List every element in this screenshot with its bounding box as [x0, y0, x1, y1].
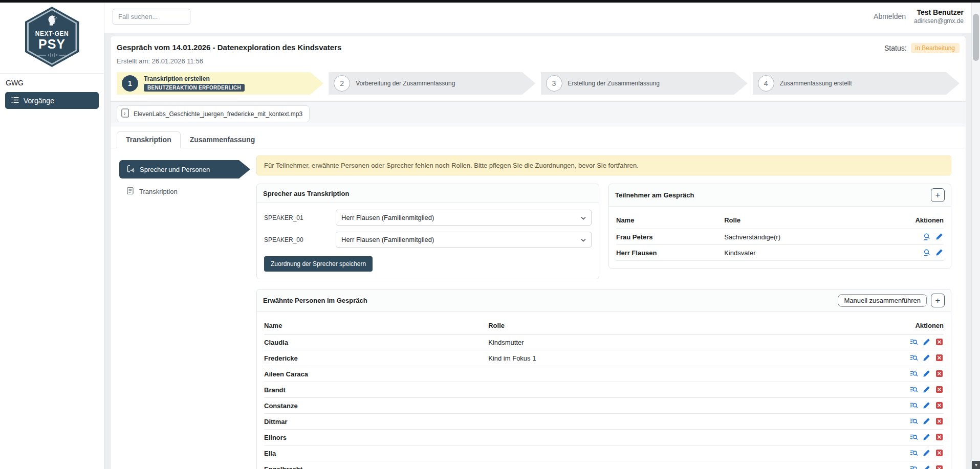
edit-pencil-icon[interactable]	[923, 449, 931, 457]
speaker-row: SPEAKER_01 Herr Flausen (Familienmitglie…	[264, 210, 592, 226]
save-speaker-mapping-button[interactable]: Zuordnung der Sprecher speichern	[264, 256, 373, 272]
mentioned-person-name: Dittmar	[264, 414, 488, 430]
mentioned-person-row: Brandt	[264, 382, 944, 398]
delete-icon[interactable]	[935, 401, 944, 410]
merge-search-icon[interactable]	[910, 449, 918, 457]
step-label: Transkription erstellen	[144, 75, 245, 82]
vertical-scrollbar[interactable]: ▼	[971, 3, 980, 469]
main-area: Abmelden Test Benutzer adirksen@gmx.de G…	[104, 0, 980, 469]
participant-row: Herr Flausen Kindsvater	[616, 245, 944, 261]
status-label: Status:	[884, 44, 907, 52]
merge-search-icon[interactable]	[910, 370, 918, 378]
mentioned-person-row: Engelbrecht	[264, 461, 944, 469]
subnav-item[interactable]: Sprecher und Personen	[119, 160, 250, 178]
participant-role: Kindsvater	[724, 245, 892, 261]
delete-icon[interactable]	[935, 449, 944, 457]
mentioned-person-name: Elinors	[264, 430, 488, 445]
list-icon	[11, 97, 19, 105]
speaker-id-label: SPEAKER_00	[264, 236, 336, 243]
speakers-panel-title: Sprecher aus Transkription	[263, 190, 349, 197]
participants-panel: Teilnehmer am Gespräch + Name Rolle Akti…	[608, 184, 951, 269]
add-participant-button[interactable]: +	[931, 188, 945, 202]
edit-pencil-icon[interactable]	[923, 401, 931, 410]
edit-pencil-icon[interactable]	[923, 386, 931, 394]
delete-icon[interactable]	[935, 354, 944, 362]
delete-icon[interactable]	[935, 338, 944, 346]
subnav-item[interactable]: Transkription	[119, 184, 256, 199]
participant-role: Sachverständige(r)	[724, 229, 892, 245]
logout-link[interactable]: Abmelden	[874, 12, 906, 20]
column-header-name: Name	[264, 319, 488, 334]
step-action-badge: BENUTZERAKTION ERFORDERLICH	[144, 84, 245, 92]
speaker-id-label: SPEAKER_01	[264, 214, 336, 221]
step-label: Zusammenfassung erstellt	[780, 80, 852, 87]
delete-icon[interactable]	[935, 386, 944, 394]
delete-icon[interactable]	[935, 433, 944, 441]
progress-stepper: 1 Transkription erstellen BENUTZERAKTION…	[117, 72, 960, 95]
sidebar-item-vorgaenge[interactable]: Vorgänge	[5, 92, 99, 109]
selected-person: Herr Flausen (Familienmitglied)	[341, 214, 434, 221]
roles-warning-banner: Für Teilnehmer, erwähnte Personen oder S…	[256, 155, 951, 175]
selected-person: Herr Flausen (Familienmitglied)	[341, 236, 434, 243]
mentioned-person-role	[488, 398, 892, 414]
step-label: Vorbereitung der Zusammenfassung	[356, 80, 455, 87]
mentioned-person-row: Dittmar	[264, 414, 944, 430]
edit-pencil-icon[interactable]	[923, 417, 931, 426]
speaker-assignment-select[interactable]: Herr Flausen (Familienmitglied)	[336, 232, 592, 248]
add-mentioned-person-button[interactable]: +	[931, 294, 945, 307]
waveform-icon	[38, 51, 67, 60]
edit-pencil-icon[interactable]	[923, 354, 931, 362]
scrollbar-down-arrow[interactable]: ▼	[972, 461, 980, 469]
mentioned-person-row: Aileen Caraca	[264, 366, 944, 382]
sidebar-divider	[0, 73, 104, 74]
stepper-step: 1 Transkription erstellen BENUTZERAKTION…	[117, 72, 323, 95]
page-title: Gespräch vom 14.01.2026 - Datenexplorati…	[117, 43, 341, 52]
column-header-role: Rolle	[488, 319, 892, 334]
merge-search-icon[interactable]	[910, 386, 918, 394]
step-number: 4	[758, 75, 774, 92]
tab[interactable]: Transkription	[117, 131, 181, 148]
mentioned-person-name: Aileen Caraca	[264, 366, 488, 382]
edit-pencil-icon[interactable]	[923, 465, 931, 469]
edit-pencil-icon[interactable]	[923, 433, 931, 441]
manual-merge-button[interactable]: Manuell zusammenführen	[838, 294, 927, 307]
user-info: Test Benutzer adirksen@gmx.de	[914, 8, 964, 25]
search-person-icon[interactable]	[923, 249, 931, 257]
scrollbar-thumb[interactable]	[973, 14, 979, 61]
mentioned-person-role	[488, 461, 892, 469]
tab[interactable]: Zusammenfassung	[181, 131, 265, 148]
logo-text-line2: PSY	[38, 37, 66, 51]
stepper-step: 3 Erstellung der Zusammenfassung	[541, 72, 748, 95]
edit-pencil-icon[interactable]	[935, 233, 944, 241]
edit-pencil-icon[interactable]	[923, 338, 931, 346]
edit-pencil-icon[interactable]	[935, 249, 944, 257]
case-header: Gespräch vom 14.01.2026 - Datenexplorati…	[111, 36, 966, 65]
merge-search-icon[interactable]	[910, 417, 918, 426]
mentioned-panel-title: Erwähnte Personen im Gespräch	[263, 297, 367, 304]
stepper-step: 4 Zusammenfassung erstellt	[753, 72, 960, 95]
edit-pencil-icon[interactable]	[923, 370, 931, 378]
mentioned-person-role	[488, 414, 892, 430]
participant-name: Herr Flausen	[616, 245, 724, 261]
search-person-icon[interactable]	[923, 233, 931, 241]
case-search-input[interactable]	[113, 9, 190, 25]
mentioned-person-name: Constanze	[264, 398, 488, 414]
merge-search-icon[interactable]	[910, 465, 918, 469]
merge-search-icon[interactable]	[910, 338, 918, 346]
speaker-mapping-list: SPEAKER_01 Herr Flausen (Familienmitglie…	[264, 210, 592, 248]
status-badge: in Bearbeitung	[911, 43, 960, 53]
audio-file-icon: ♪	[121, 108, 129, 119]
merge-search-icon[interactable]	[910, 433, 918, 441]
delete-icon[interactable]	[935, 417, 944, 426]
user-name: Test Benutzer	[914, 8, 964, 16]
audio-file-chip[interactable]: ♪ ElevenLabs_Geschichte_juergen_frederic…	[117, 105, 310, 122]
speaker-assignment-select[interactable]: Herr Flausen (Familienmitglied)	[336, 210, 592, 226]
delete-icon[interactable]	[935, 465, 944, 469]
delete-icon[interactable]	[935, 370, 944, 378]
merge-search-icon[interactable]	[910, 354, 918, 362]
top-black-strip	[0, 0, 980, 3]
logo-hexagon: NEXT-GEN PSY	[25, 7, 79, 67]
svg-text:♪: ♪	[123, 110, 126, 116]
mentioned-person-row: Claudia Kindsmutter	[264, 334, 944, 350]
merge-search-icon[interactable]	[910, 401, 918, 410]
